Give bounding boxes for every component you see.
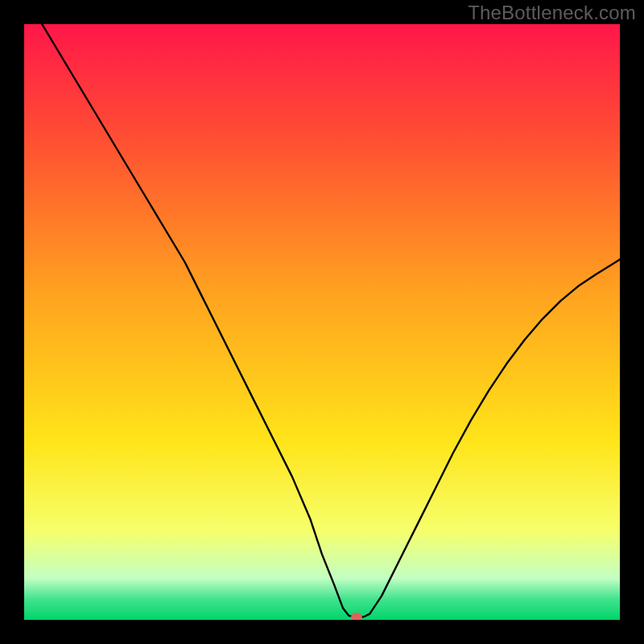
plot-area: [24, 24, 620, 620]
chart-svg: [24, 24, 620, 620]
chart-frame: TheBottleneck.com: [0, 0, 644, 644]
watermark-text: TheBottleneck.com: [468, 2, 636, 24]
gradient-background: [24, 24, 620, 620]
